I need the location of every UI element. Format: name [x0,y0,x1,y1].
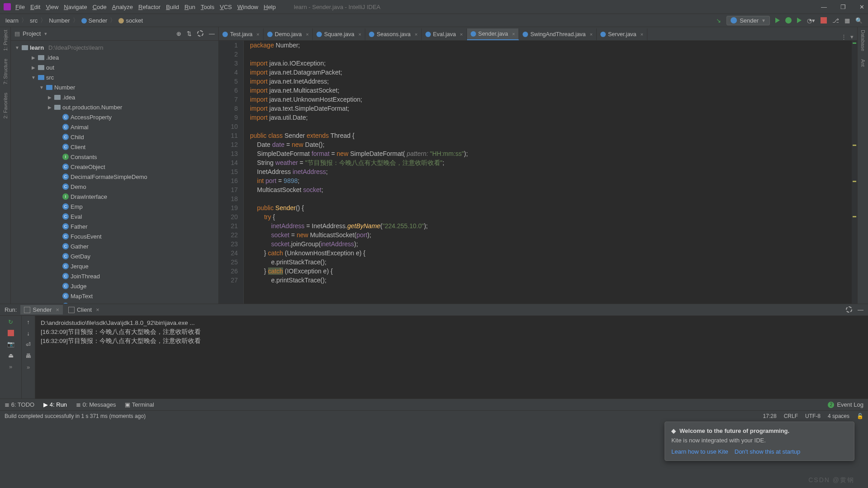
tree-node[interactable]: CClient [11,142,218,152]
code-editor[interactable]: 1234567891011121314151617181920212223242… [219,41,857,304]
breadcrumb-item[interactable]: src [30,17,38,24]
profiler-button[interactable]: ◔▾ [807,17,815,24]
popup-dismiss-link[interactable]: Don't show this at startup [735,448,801,455]
hide-panel-icon[interactable]: — [209,30,215,37]
down-icon[interactable]: ↓ [27,330,30,337]
run-config-selector[interactable]: Sender ▼ [726,16,770,25]
tree-node[interactable]: CMapText [11,291,218,301]
tree-node[interactable]: ▼learnD:\IdeaProjects\learn [11,42,218,52]
tree-node[interactable]: CDemo [11,182,218,192]
close-tab-icon[interactable]: × [415,32,417,37]
tree-node[interactable]: CJudge [11,281,218,291]
menu-code[interactable]: Code [93,4,107,10]
debug-button[interactable] [785,17,792,23]
menu-refactor[interactable]: Refactor [138,4,160,10]
close-tab-icon[interactable]: × [641,32,643,37]
close-tab-icon[interactable]: × [256,32,259,37]
layout-icon[interactable]: ▦ [844,17,850,24]
menu-vcs[interactable]: VCS [220,4,232,10]
stop-run-button[interactable] [8,330,14,336]
ant-tool-button[interactable]: Ant [860,59,866,67]
menu-view[interactable]: View [46,4,58,10]
minimize-button[interactable]: — [821,4,827,10]
tree-node[interactable]: CEval [11,211,218,221]
build-icon[interactable]: ↘ [716,17,721,24]
editor-tab[interactable]: Test.java× [219,28,264,40]
tree-node[interactable]: ▶.idea [11,52,218,62]
menu-file[interactable]: File [15,4,25,10]
tree-node[interactable]: CMathRondom [11,301,218,304]
menu-window[interactable]: Window [237,4,258,10]
project-tree[interactable]: ▼learnD:\IdeaProjects\learn▶.idea▶out▼sr… [11,41,218,304]
print-icon[interactable]: 🖶 [25,352,31,359]
close-tab-icon[interactable]: × [359,32,361,37]
tree-node[interactable]: CAnimal [11,122,218,132]
editor-tab[interactable]: Eval.java× [422,28,467,40]
close-tab-icon[interactable]: × [460,32,462,37]
more-icon[interactable]: » [9,363,12,370]
tabs-dropdown-icon[interactable]: ⋮ [841,33,847,40]
tree-node[interactable]: CCreateObject [11,162,218,172]
breadcrumb-item[interactable]: Sender [81,17,108,24]
menu-run[interactable]: Run [184,4,195,10]
tree-node[interactable]: CFocusEvent [11,231,218,241]
expand-all-icon[interactable]: ⇅ [187,30,192,37]
tree-node[interactable]: CAccessProperty [11,112,218,122]
run-output[interactable]: D:\androidstudio\file\sdk\Java\jdk1.8.0_… [35,316,868,399]
tree-node[interactable]: IConstants [11,152,218,162]
breadcrumb-item[interactable]: learn [5,17,19,24]
select-opened-icon[interactable]: ⊕ [176,30,181,37]
popup-learn-link[interactable]: Learn how to use Kite [671,448,728,455]
editor-tab[interactable]: Sender.java× [467,28,519,40]
eventlog-tool-button[interactable]: Event Log [837,401,863,408]
menu-analyze[interactable]: Analyze [112,4,133,10]
stop-button[interactable] [821,17,827,23]
tree-node[interactable]: ▶.idea [11,92,218,102]
structure-tool-button[interactable]: 7: Structure [3,59,8,84]
git-icon[interactable]: ⎇ [832,17,839,24]
tree-node[interactable]: ▶out [11,62,218,72]
tree-node[interactable]: ▼Number [11,82,218,92]
run-tool-button[interactable]: ▶ 4: Run [43,401,67,408]
close-tab-icon[interactable]: × [512,31,515,37]
run-tab[interactable]: Sender× [20,305,63,314]
chevron-down-icon[interactable]: ▼ [43,32,47,36]
menu-help[interactable]: Help [264,4,276,10]
coverage-button[interactable] [797,18,802,23]
editor-tab[interactable]: Seasons.java× [365,28,422,40]
favorites-tool-button[interactable]: 2: Favorites [3,93,8,118]
code-lines[interactable]: package Number;import java.io.IOExceptio… [244,41,857,304]
rerun-button[interactable]: ↻ [8,319,13,325]
exit-button[interactable]: ⏏ [8,352,14,359]
lock-icon[interactable]: 🔓 [857,413,863,419]
project-tool-button[interactable]: 1: Project [3,30,8,51]
terminal-tool-button[interactable]: ▣ Terminal [125,401,154,408]
tree-node[interactable]: CChild [11,132,218,142]
run-tab[interactable]: Client× [65,305,103,314]
close-button[interactable]: ✕ [859,4,864,10]
close-tab-icon[interactable]: × [306,32,309,37]
more-icon[interactable]: » [27,364,30,371]
tabs-chevron-icon[interactable]: ▾ [850,33,854,40]
tree-node[interactable]: CGetDay [11,251,218,261]
tree-node[interactable]: CJerque [11,261,218,271]
tree-node[interactable]: ▶out.production.Number [11,102,218,112]
error-stripe[interactable] [852,41,857,304]
status-eol[interactable]: CRLF [784,413,798,419]
editor-tab[interactable]: Server.java× [597,28,647,40]
todo-tool-button[interactable]: ≣ 6: TODO [5,401,34,408]
maximize-button[interactable]: ❐ [840,4,846,10]
breadcrumb-item[interactable]: Number [49,17,70,24]
tree-node[interactable]: CDecimalFormateSimpleDemo [11,172,218,182]
tree-node[interactable]: ▼src [11,72,218,82]
tree-node[interactable]: CFather [11,221,218,231]
editor-tab[interactable]: Square.java× [313,28,365,40]
menu-edit[interactable]: Edit [30,4,40,10]
editor-tab[interactable]: Demo.java× [264,28,313,40]
status-encoding[interactable]: UTF-8 [805,413,821,419]
editor-tab[interactable]: SwingAndThread.java× [519,28,597,40]
gear-icon[interactable] [846,306,852,313]
breadcrumb-item[interactable]: socket [118,17,143,24]
menu-build[interactable]: Build [166,4,179,10]
search-icon[interactable]: 🔍 [855,17,863,24]
